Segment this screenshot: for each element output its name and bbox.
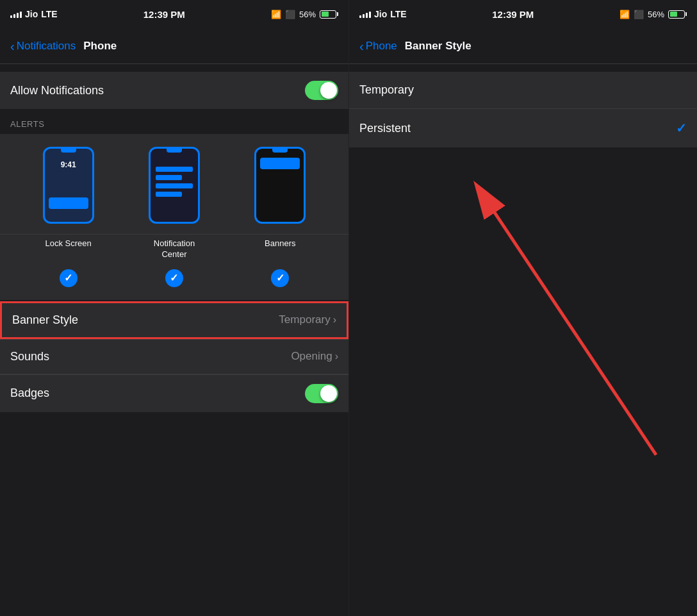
left-content: Allow Notifications ALERTS 9:41 (0, 64, 348, 616)
right-page-title: Banner Style (405, 40, 472, 53)
toggle-knob (320, 82, 337, 99)
arrow-annotation (349, 147, 697, 519)
banner-style-value-container: Temporary › (279, 313, 336, 326)
banners-item[interactable] (254, 147, 306, 224)
lock-screen-check[interactable]: ✓ (60, 269, 78, 287)
right-back-label: Phone (366, 40, 397, 53)
badges-label: Badges (10, 387, 49, 400)
banners-icon (254, 147, 306, 224)
sounds-row[interactable]: Sounds Opening › (0, 339, 348, 374)
sounds-label: Sounds (10, 350, 49, 363)
left-time: 12:39 PM (144, 9, 185, 20)
back-chevron-icon: ‹ (10, 40, 15, 53)
badges-toggle-knob (320, 385, 337, 402)
badges-toggle[interactable] (305, 384, 338, 403)
badges-row[interactable]: Badges (0, 374, 348, 412)
left-status-left: Jio LTE (10, 9, 58, 19)
notification-center-check[interactable]: ✓ (165, 269, 183, 287)
right-nav-bar: ‹ Phone Banner Style (349, 28, 697, 64)
alerts-checks: ✓ ✓ ✓ (0, 264, 348, 300)
temporary-option[interactable]: Temporary (349, 72, 697, 109)
signal-icon (10, 10, 22, 18)
lock-screen-label: Lock Screen (43, 238, 94, 260)
right-signal-icon (359, 10, 371, 18)
left-status-bar: Jio LTE 12:39 PM 📶 ⬛ 56% (0, 0, 348, 28)
right-network-label: LTE (390, 9, 406, 19)
back-label: Notifications (17, 40, 76, 53)
right-status-left: Jio LTE (359, 9, 407, 19)
sounds-chevron-icon: › (335, 351, 338, 362)
notification-center-item[interactable] (149, 147, 200, 224)
right-time: 12:39 PM (492, 9, 534, 20)
right-carrier-label: Jio (374, 9, 387, 19)
left-page-title: Phone (83, 40, 117, 53)
right-status-bar: Jio LTE 12:39 PM 📶 ⬛ 56% (349, 0, 697, 28)
sounds-value: Opening (291, 350, 332, 363)
lock-screen-item[interactable]: 9:41 (43, 147, 94, 224)
allow-notifications-label: Allow Notifications (10, 84, 104, 97)
allow-notifications-section: Allow Notifications (0, 72, 348, 109)
right-content: Temporary Persistent ✓ (349, 64, 697, 616)
network-label: LTE (41, 9, 57, 19)
alerts-grid: 9:41 (0, 134, 348, 235)
persistent-label: Persistent (359, 122, 411, 135)
allow-notifications-row[interactable]: Allow Notifications (0, 72, 348, 109)
persistent-option[interactable]: Persistent ✓ (349, 109, 697, 147)
left-panel: Jio LTE 12:39 PM 📶 ⬛ 56% ‹ Notifications… (0, 0, 348, 616)
battery-percent: 56% (299, 10, 316, 19)
right-panel: Jio LTE 12:39 PM 📶 ⬛ 56% ‹ Phone Banner … (348, 0, 697, 616)
left-nav-bar: ‹ Notifications Phone (0, 28, 348, 64)
temporary-label: Temporary (359, 83, 414, 97)
sounds-value-container: Opening › (291, 350, 338, 363)
notification-center-icon (149, 147, 200, 224)
alerts-section-header: ALERTS (0, 109, 348, 134)
right-wifi-icon: 📶 (619, 10, 630, 19)
left-status-right: 📶 ⬛ 56% (271, 10, 338, 19)
notification-center-label: NotificationCenter (149, 238, 200, 260)
right-status-right: 📶 ⬛ 56% (619, 10, 687, 19)
banners-check[interactable]: ✓ (271, 269, 289, 287)
banners-label: Banners (254, 238, 306, 260)
lock-screen-icon: 9:41 (43, 147, 94, 224)
screen-icon: ⬛ (285, 10, 295, 19)
banner-style-row[interactable]: Banner Style Temporary › (0, 301, 348, 339)
right-battery-percent: 56% (648, 10, 664, 19)
battery-icon (320, 10, 338, 19)
right-back-chevron-icon: ‹ (359, 40, 364, 53)
left-back-button[interactable]: ‹ Notifications (10, 40, 76, 53)
right-screen-icon: ⬛ (634, 10, 644, 19)
carrier-label: Jio (25, 9, 38, 19)
banner-style-label: Banner Style (12, 313, 78, 327)
right-battery-icon (668, 10, 687, 19)
right-back-button[interactable]: ‹ Phone (359, 40, 397, 53)
banner-style-chevron-icon: › (333, 314, 336, 326)
persistent-checkmark-icon: ✓ (676, 121, 687, 136)
red-arrow-svg (349, 147, 697, 519)
svg-line-1 (477, 186, 656, 454)
banner-style-value: Temporary (279, 313, 330, 326)
wifi-icon: 📶 (271, 10, 281, 19)
allow-notifications-toggle[interactable] (305, 81, 338, 100)
